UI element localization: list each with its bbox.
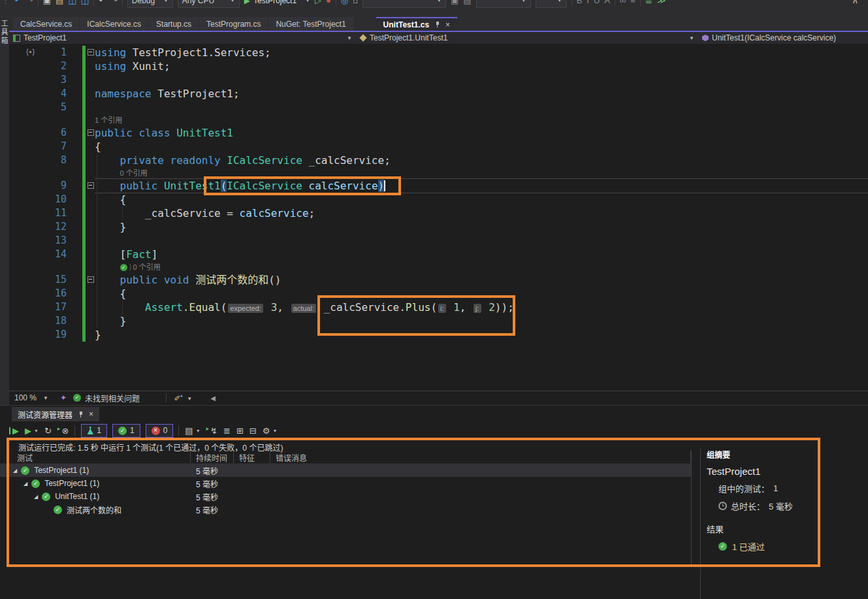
- test-tree-row[interactable]: ◢✓TestProject1 (1)5 毫秒: [0, 464, 691, 477]
- code-line-3[interactable]: [95, 73, 868, 87]
- document-tab-unittest1-cs[interactable]: UnitTest1.cs×: [376, 17, 457, 31]
- breadcrumb-type[interactable]: TestProject1.UnitTest1 ▼: [356, 32, 698, 44]
- close-icon[interactable]: ×: [445, 20, 450, 29]
- group-by-button[interactable]: ≣: [223, 426, 231, 436]
- scroll-left-arrow[interactable]: ◀: [210, 395, 216, 402]
- hot-reload-icon[interactable]: ●: [326, 0, 331, 9]
- codelens-indicator[interactable]: 0 个引用: [95, 167, 868, 179]
- column-header-4[interactable]: 错误消息: [270, 451, 691, 463]
- playlist-button[interactable]: ▤▼: [185, 426, 200, 436]
- bullet-list-icon[interactable]: ≣: [645, 0, 652, 9]
- text-color-icon[interactable]: A: [604, 0, 610, 9]
- code-line-5[interactable]: [95, 101, 868, 114]
- nav-back-icon[interactable]: ↶: [14, 0, 22, 9]
- column-header-2[interactable]: 持续时间: [191, 451, 234, 463]
- chevron-down-icon[interactable]: ▼: [347, 35, 352, 41]
- italic-icon[interactable]: I: [587, 0, 589, 9]
- run-profile-button[interactable]: ▸↯: [206, 426, 217, 436]
- column-header-1[interactable]: 测试: [0, 451, 191, 463]
- expand-all-button[interactable]: ⊞: [236, 426, 244, 436]
- toolbar-combobox-1[interactable]: ▼: [362, 0, 446, 8]
- codelens-indicator[interactable]: 1 个引用: [95, 114, 868, 126]
- save-all-icon[interactable]: ◫: [81, 0, 89, 9]
- codelens-indicator[interactable]: ✓0 个引用: [95, 261, 868, 273]
- code-line-10[interactable]: {: [95, 193, 868, 206]
- code-line-6[interactable]: public class UnitTest1: [95, 126, 868, 140]
- chevron-down-icon[interactable]: ▼: [689, 35, 694, 41]
- copy-icon[interactable]: ▣: [451, 0, 458, 9]
- code-line-18[interactable]: }: [95, 314, 868, 328]
- cancel-test-run-button[interactable]: ▸⊗: [57, 426, 69, 436]
- code-line-13[interactable]: [95, 234, 868, 248]
- underline-icon[interactable]: U: [594, 0, 600, 9]
- code-line-7[interactable]: {: [95, 140, 868, 154]
- fold-collapse-icon[interactable]: [88, 182, 94, 189]
- code-line-15[interactable]: public void 测试两个数的和(): [95, 273, 868, 287]
- document-tab-testprogram-cs[interactable]: TestProgram.cs: [199, 17, 268, 31]
- nav-forward-icon[interactable]: ↷: [26, 0, 33, 9]
- code-line-11[interactable]: _calcService = calcService;: [95, 206, 868, 220]
- column-header-3[interactable]: 特征: [234, 451, 270, 463]
- fold-collapse-icon[interactable]: [88, 49, 94, 56]
- code-line-12[interactable]: }: [95, 220, 868, 234]
- code-line-17[interactable]: Assert.Equal(expected: 3, actual: _calcS…: [95, 300, 868, 314]
- start-without-debugging-icon[interactable]: ▷: [315, 0, 321, 9]
- bold-icon[interactable]: B: [577, 0, 583, 9]
- close-icon[interactable]: ×: [89, 410, 93, 419]
- expander-icon[interactable]: ◢: [34, 494, 38, 500]
- document-tab-startup-cs[interactable]: Startup.cs: [149, 17, 199, 31]
- new-project-icon[interactable]: ▣: [43, 0, 51, 9]
- code-line-2[interactable]: using Xunit;: [95, 59, 868, 73]
- document-tab-nuget-testproject1[interactable]: NuGet: TestProject1: [268, 17, 353, 31]
- run-tests-button[interactable]: ▶▼: [25, 426, 39, 436]
- total-tests-filter[interactable]: 1: [81, 424, 107, 438]
- horizontal-rule-icon[interactable]: ≡: [630, 0, 635, 9]
- failed-tests-filter[interactable]: ×0: [146, 424, 174, 438]
- document-tab-icalcservice-cs[interactable]: ICalcService.cs: [80, 17, 148, 31]
- paste-icon[interactable]: ▤: [463, 0, 471, 9]
- code-editor[interactable]: {▪} 12345678910111213141516171819 using …: [9, 44, 868, 391]
- code-line-14[interactable]: [Fact]: [95, 248, 868, 261]
- solution-platforms-select[interactable]: Any CPU▼: [178, 0, 240, 8]
- breadcrumb-member[interactable]: UnitTest1(ICalcService calcService): [698, 32, 868, 44]
- pin-icon[interactable]: [78, 411, 84, 418]
- toolbar-drag-handle-icon[interactable]: ⋮: [1, 0, 10, 9]
- zoom-selector[interactable]: 100 % ▼: [9, 393, 54, 402]
- open-folder-icon[interactable]: ▤: [56, 0, 63, 9]
- code-line-1[interactable]: using TestProject1.Services;: [95, 46, 868, 59]
- toolbox-vertical-tab[interactable]: 工具箱: [0, 20, 9, 45]
- toolbar-combobox-3[interactable]: ▼: [536, 0, 567, 8]
- code-area[interactable]: using TestProject1.Services;using Xunit;…: [95, 44, 868, 342]
- link-icon[interactable]: ∞: [620, 0, 626, 9]
- test-tree-row[interactable]: ✓测试两个数的和5 毫秒: [0, 503, 691, 516]
- code-cleanup-button[interactable]: ✎✦ ▼: [174, 393, 192, 402]
- code-line-19[interactable]: }: [95, 328, 868, 342]
- start-debugging-button[interactable]: ▶TestProject1▼: [244, 0, 310, 5]
- code-line-16[interactable]: {: [95, 287, 868, 300]
- redo-icon[interactable]: ↷: [110, 0, 118, 9]
- passed-tests-filter[interactable]: ✓1: [112, 424, 140, 438]
- fold-collapse-icon[interactable]: [88, 276, 94, 283]
- settings-button[interactable]: ⚙▼: [263, 426, 278, 436]
- test-tree-row[interactable]: ◢✓TestProject1 (1)5 毫秒: [0, 477, 691, 490]
- test-explorer-tab[interactable]: 测试资源管理器 ×: [12, 407, 99, 421]
- panel-divider[interactable]: [700, 448, 701, 599]
- code-line-8[interactable]: private readonly ICalcService _calcServi…: [95, 154, 868, 167]
- test-tree-row[interactable]: ◢✓UnitTest1 (1)5 毫秒: [0, 490, 691, 503]
- code-line-9[interactable]: public UnitTest1(ICalcService calcServic…: [95, 179, 868, 193]
- pin-icon[interactable]: [434, 21, 440, 28]
- breadcrumb-project[interactable]: TestProject1 ▼: [9, 32, 356, 44]
- document-tab-calcservice-cs[interactable]: CalcService.cs: [13, 17, 79, 31]
- save-icon[interactable]: ◫: [68, 0, 76, 9]
- run-all-tests-button[interactable]: ▶: [9, 426, 19, 436]
- solution-configurations-select[interactable]: Debug▼: [127, 0, 173, 8]
- window-keep-open-icon[interactable]: ∧: [852, 0, 858, 9]
- undo-icon[interactable]: ↶: [99, 0, 106, 9]
- code-line-4[interactable]: namespace TestProject1;: [95, 87, 868, 101]
- fold-collapse-icon[interactable]: [88, 129, 94, 136]
- find-in-files-icon[interactable]: ◎: [341, 0, 348, 9]
- home-icon[interactable]: ⌂: [353, 0, 358, 9]
- intellisense-icon[interactable]: ✦: [60, 393, 67, 402]
- expander-icon[interactable]: ◢: [13, 468, 17, 474]
- collapse-all-button[interactable]: ⊟: [249, 426, 257, 436]
